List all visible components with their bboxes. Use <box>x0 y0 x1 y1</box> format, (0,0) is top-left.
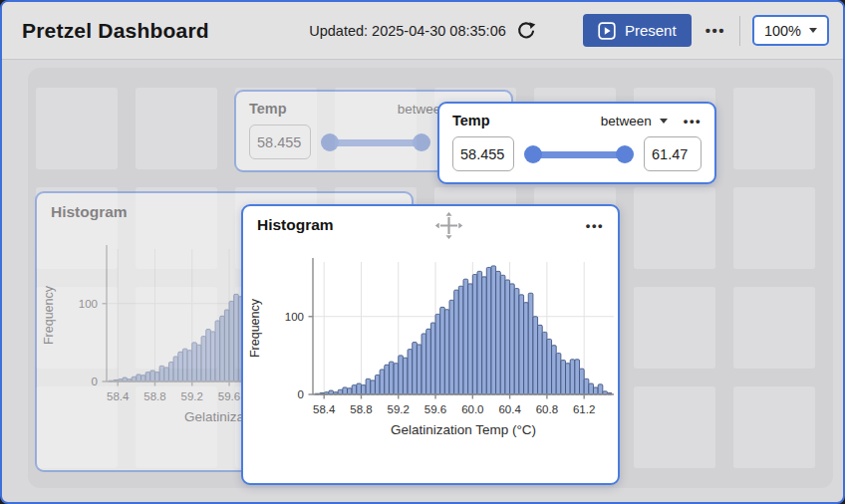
grid-placeholder-tile <box>36 88 118 169</box>
card-more-button[interactable]: ••• <box>684 114 702 128</box>
chevron-down-icon <box>660 119 668 124</box>
svg-text:60.8: 60.8 <box>536 403 558 415</box>
histogram-card[interactable]: Histogram ••• 58.458.859.259.660.060.460… <box>241 204 620 485</box>
filter-title: Temp <box>249 101 287 117</box>
zoom-level-value: 100% <box>764 23 801 39</box>
temp-filter-card[interactable]: Temp between ••• <box>437 102 716 184</box>
header-more-button[interactable]: ••• <box>704 18 727 43</box>
slider-handle-max[interactable] <box>616 145 634 163</box>
grid-placeholder-tile <box>634 187 715 269</box>
present-button-label: Present <box>625 22 677 39</box>
svg-text:0: 0 <box>298 388 304 400</box>
histogram-chart: 58.458.859.259.660.060.460.861.20100Gela… <box>243 242 620 485</box>
move-cursor-icon <box>433 210 464 241</box>
min-value-input[interactable] <box>452 136 514 171</box>
svg-text:60.0: 60.0 <box>461 403 483 415</box>
grid-placeholder-tile <box>634 287 715 369</box>
svg-text:Frequency: Frequency <box>42 285 56 345</box>
slider-handle-min[interactable] <box>524 145 542 163</box>
range-slider[interactable] <box>524 145 634 163</box>
svg-text:59.6: 59.6 <box>218 390 240 402</box>
card-more-button[interactable]: ••• <box>586 218 604 233</box>
chevron-down-icon <box>809 28 817 33</box>
svg-text:Gelatinization Temp (°C): Gelatinization Temp (°C) <box>391 422 536 437</box>
operator-value: between <box>601 114 652 128</box>
svg-text:0: 0 <box>92 376 98 387</box>
grid-placeholder-tile <box>136 88 217 169</box>
header-divider <box>739 16 740 46</box>
card-title: Histogram <box>257 216 334 234</box>
play-icon <box>598 22 616 40</box>
grid-placeholder-tile <box>634 386 715 468</box>
grid-placeholder-tile <box>733 88 815 169</box>
slider-handle-min <box>321 133 339 151</box>
range-slider-ghost <box>321 133 430 151</box>
refresh-icon <box>516 21 536 41</box>
updated-timestamp: Updated: 2025-04-30 08:35:06 <box>309 23 506 39</box>
operator-dropdown[interactable]: between <box>601 114 668 128</box>
header-bar: Pretzel Dashboard Updated: 2025-04-30 08… <box>2 2 843 60</box>
svg-text:100: 100 <box>79 298 98 310</box>
min-value-input-ghost <box>249 125 311 159</box>
svg-text:59.2: 59.2 <box>181 390 203 402</box>
filter-title: Temp <box>452 113 490 128</box>
svg-text:59.2: 59.2 <box>388 403 410 415</box>
svg-text:58.8: 58.8 <box>143 390 165 402</box>
present-button[interactable]: Present <box>583 14 692 47</box>
grid-placeholder-tile <box>733 386 815 468</box>
svg-text:58.4: 58.4 <box>313 403 336 415</box>
page-title: Pretzel Dashboard <box>16 19 209 43</box>
max-value-input[interactable] <box>644 136 702 171</box>
grid-placeholder-tile <box>733 287 815 369</box>
grid-placeholder-tile <box>733 187 815 269</box>
svg-text:100: 100 <box>285 311 304 323</box>
svg-text:Frequency: Frequency <box>248 298 262 358</box>
svg-text:61.2: 61.2 <box>573 403 595 415</box>
zoom-level-dropdown[interactable]: 100% <box>752 15 829 46</box>
card-title: Histogram <box>51 203 128 221</box>
svg-text:58.8: 58.8 <box>350 403 372 415</box>
svg-text:60.4: 60.4 <box>498 403 521 415</box>
slider-handle-max <box>413 133 430 151</box>
app-window: Pretzel Dashboard Updated: 2025-04-30 08… <box>0 0 845 504</box>
svg-text:59.6: 59.6 <box>424 403 446 415</box>
svg-text:58.4: 58.4 <box>107 390 130 402</box>
refresh-button[interactable] <box>516 21 536 41</box>
